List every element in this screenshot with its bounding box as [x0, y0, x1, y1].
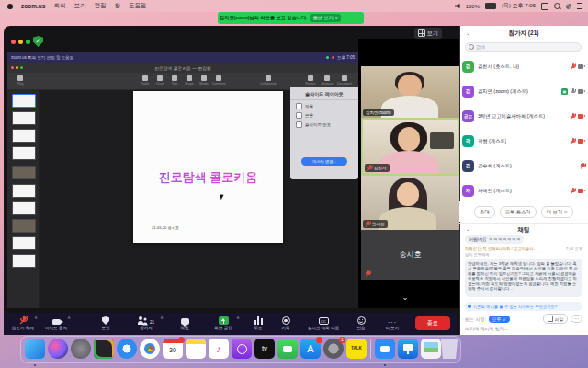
keynote-format-button[interactable]: Format [303, 74, 318, 86]
leave-meeting-button[interactable]: 종료 [415, 316, 450, 330]
zoom-dock-icon[interactable] [375, 339, 395, 359]
launchpad-dock-icon[interactable] [71, 339, 91, 359]
participants-more-button[interactable]: 더 보기 ∨ [541, 206, 573, 218]
notification-center-icon[interactable] [577, 3, 582, 9]
apple-tv-dock-icon[interactable]: tv [254, 339, 275, 359]
window-traffic-lights[interactable] [11, 31, 33, 48]
menu-meeting[interactable]: 회의 [53, 2, 65, 10]
collapse-video-strip-button[interactable]: ⌄ [397, 293, 413, 304]
siri-dock-icon[interactable] [48, 339, 68, 359]
mute-all-button[interactable]: 모두 음소거 [500, 206, 537, 218]
slide-thumbnail[interactable] [12, 219, 36, 233]
menubar-clock[interactable]: (목) 오후 7:05 [502, 2, 536, 10]
chat-quoted-question[interactable]: 기존의 예시를 볼 수 있는 사이트는 무엇인가요? [465, 302, 582, 311]
slide-thumbnail[interactable] [12, 146, 36, 160]
view-layout-button[interactable]: 보기 [414, 28, 442, 39]
notes-dock-icon[interactable] [186, 339, 206, 359]
menu-help[interactable]: 도움말 [129, 2, 147, 10]
keynote-document-button[interactable]: Document [337, 74, 352, 86]
minimize-window-button[interactable] [18, 40, 23, 44]
inspector-row-slide-number[interactable]: 슬라이드 번호 [290, 119, 358, 128]
zoom-window-button[interactable] [26, 40, 30, 44]
live-transcript-button[interactable]: CC 실시간 대화 내용 [301, 315, 345, 330]
chrome-dock-icon[interactable] [140, 339, 160, 359]
reactions-button[interactable]: 반응 [349, 315, 373, 330]
keynote-animate-button[interactable]: Animate [320, 74, 334, 86]
muted-mic-icon[interactable] [571, 188, 575, 194]
stop-video-button[interactable]: ∧ 비디오 중지 [40, 315, 72, 330]
slide-thumbnail[interactable] [12, 111, 36, 125]
camera-off-icon[interactable] [578, 139, 585, 144]
control-center-icon[interactable] [566, 4, 571, 9]
slide-thumbnail[interactable] [12, 166, 36, 179]
inspector-row-title[interactable]: 제목 [290, 100, 358, 109]
participant-row[interactable]: 차 차혜인 (게스트) [462, 179, 585, 201]
slide-thumbnail[interactable] [12, 254, 36, 268]
keynote-chart-button[interactable]: Chart [153, 74, 167, 86]
polls-button[interactable]: 투표 [246, 315, 270, 330]
checkbox-icon[interactable] [296, 103, 302, 109]
chat-button[interactable]: 채팅 [173, 315, 197, 330]
apple-icon[interactable] [7, 4, 13, 9]
video-options-caret[interactable]: ∧ [67, 315, 71, 320]
slide-thumbnail[interactable] [12, 201, 36, 215]
participants-search[interactable]: 검색 [465, 42, 582, 52]
participant-row[interactable]: 김 김린서 (호스트, 나) [462, 55, 585, 77]
slide-thumbnail[interactable] [12, 129, 36, 143]
view-options-button[interactable]: 옵션 보기 ∨ [310, 14, 341, 22]
calendar-dock-icon[interactable]: 30 [163, 339, 183, 359]
system-preferences-dock-icon[interactable]: 1 [323, 339, 344, 359]
keynote-collaborate-button[interactable]: Collaborate [257, 74, 279, 86]
chat-message-input[interactable] [465, 326, 582, 331]
menu-edit[interactable]: 편집 [94, 2, 106, 10]
invite-button[interactable]: 초대 [474, 206, 495, 218]
participants-button[interactable]: ∧ 21 참가자 [129, 315, 164, 330]
slide-thumbnail[interactable] [12, 94, 36, 108]
keynote-shape-button[interactable]: Shape [182, 74, 197, 86]
participant-row[interactable]: 김 김수희 (게스트) [462, 155, 585, 177]
chat-more-button[interactable]: ··· [571, 315, 582, 323]
menubar-app-name[interactable]: zoom.us [21, 3, 45, 9]
slide-thumbnail[interactable] [12, 184, 36, 198]
slide-thumbnail[interactable] [12, 236, 36, 250]
muted-mic-icon[interactable] [571, 138, 575, 144]
share-screen-button[interactable]: ∧ 화면 공유 [206, 315, 241, 330]
file-button[interactable]: 파일 [543, 314, 569, 324]
preview-dock-icon[interactable] [421, 339, 441, 359]
keynote-table-button[interactable]: Table [138, 74, 153, 86]
menu-view[interactable]: 보기 [74, 2, 85, 10]
video-tile[interactable]: 김지연(zoom) [361, 66, 459, 118]
camera-off-icon[interactable] [578, 189, 585, 193]
kakaotalk-dock-icon[interactable]: TALK [346, 339, 367, 359]
video-tile-no-video[interactable]: 송시호 [361, 230, 459, 280]
safari-dock-icon[interactable] [117, 339, 137, 359]
keynote-media-button[interactable]: Media [197, 74, 211, 86]
keynote-play-button[interactable]: Play [13, 74, 28, 86]
camera-off-icon[interactable] [578, 114, 585, 119]
participant-row[interactable]: 곽 곽쌤 (게스트) [462, 130, 585, 152]
volume-icon[interactable] [455, 4, 460, 8]
keynote-comment-button[interactable]: Comment [211, 74, 226, 86]
mission-control-dock-icon[interactable] [94, 339, 114, 359]
muted-mic-icon[interactable] [571, 113, 575, 120]
muted-mic-icon[interactable] [581, 163, 585, 169]
participant-row[interactable]: 공고 3학년 교고미술사바회 (게스트) [462, 105, 585, 127]
camera-icon[interactable] [578, 89, 585, 94]
participants-caret[interactable]: ∧ [160, 315, 164, 320]
video-tile[interactable]: 안세진 [361, 176, 459, 230]
change-master-button[interactable]: 마스터 변경... [301, 157, 347, 166]
inspector-row-body[interactable]: 본문 [290, 109, 358, 119]
facetime-dock-icon[interactable] [277, 339, 298, 359]
camera-icon[interactable] [578, 64, 585, 69]
recipient-select[interactable]: 모두 ∨ [489, 316, 510, 323]
menu-window[interactable]: 창 [114, 2, 120, 10]
display-icon[interactable] [541, 3, 548, 10]
share-caret[interactable]: ∧ [236, 315, 240, 320]
podcasts-dock-icon[interactable] [232, 339, 252, 359]
keynote-text-button[interactable]: Text [167, 74, 182, 86]
muted-mic-icon[interactable] [571, 63, 575, 70]
participant-row[interactable]: 김 김지연 (zoom) (게스트) ▣ [462, 80, 585, 102]
keynote-dock-icon[interactable] [398, 339, 418, 359]
finder-dock-icon[interactable] [25, 339, 45, 359]
mic-icon[interactable] [571, 88, 575, 95]
